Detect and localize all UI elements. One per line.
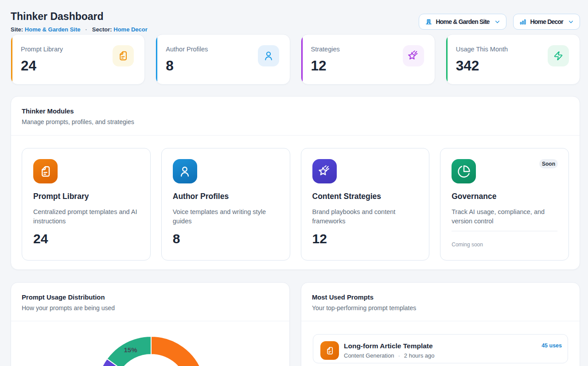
svg-text:15%: 15% bbox=[124, 346, 137, 354]
